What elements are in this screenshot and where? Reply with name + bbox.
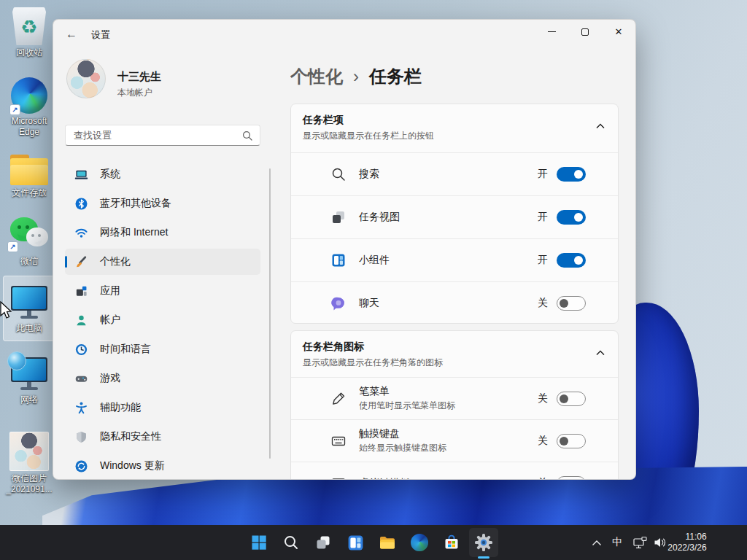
globe-icon <box>7 351 26 370</box>
sidebar-scrollbar[interactable] <box>269 168 271 459</box>
folder-icon <box>10 155 48 185</box>
windows-update-icon <box>74 459 88 473</box>
wechat-icon: ↗ <box>9 216 50 254</box>
search-icon <box>330 166 347 182</box>
sidebar-item-network-internet[interactable]: 网络和 Internet <box>65 219 260 246</box>
section-taskbar-corner-icons: 任务栏角图标 显示或隐藏显示在任务栏角落的图标 笔菜单 使用笔时显示笔菜单图标 … <box>290 330 619 480</box>
section-header[interactable]: 任务栏角图标 显示或隐藏显示在任务栏角落的图标 <box>291 331 618 377</box>
desktop-icon-label: 网络 <box>1 394 58 405</box>
sidebar-item-personalization[interactable]: 个性化 <box>65 249 260 275</box>
settings-content: 个性化›任务栏 任务栏项 显示或隐藏显示在任务栏上的按钮 搜索 开 <box>290 49 636 480</box>
sidebar-item-bluetooth-devices[interactable]: 蓝牙和其他设备 <box>65 190 260 217</box>
search-input[interactable] <box>66 130 242 141</box>
minimize-button[interactable] <box>535 20 568 44</box>
setting-row-touch-keyboard: 触摸键盘 始终显示触摸键盘图标 关 <box>291 419 618 462</box>
sidebar-item-gaming[interactable]: 游戏 <box>65 365 260 392</box>
toggle-touch-keyboard[interactable] <box>557 434 586 448</box>
sidebar-item-system[interactable]: 系统 <box>65 161 260 187</box>
network-tray-icon[interactable] <box>630 525 650 560</box>
desktop-icon-recycle-bin[interactable]: ♻ 回收站 <box>1 7 58 58</box>
system-icon <box>74 168 88 182</box>
desktop: ♻ 回收站 ↗ Microsoft Edge 文件存放 ↗ 微信 此电脑 <box>0 0 747 560</box>
toggle-search[interactable] <box>557 167 586 182</box>
toggle-widgets[interactable] <box>557 253 586 268</box>
section-header[interactable]: 任务栏项 显示或隐藏显示在任务栏上的按钮 <box>291 104 618 152</box>
settings-button[interactable] <box>468 525 500 560</box>
widgets-button[interactable] <box>339 525 371 560</box>
toggle-state-label: 关 <box>538 392 548 405</box>
toggle-task-view[interactable] <box>557 210 586 225</box>
touch-keyboard-icon <box>330 433 347 449</box>
tray-show-hidden-icons[interactable] <box>588 525 605 560</box>
edge-icon: ↗ <box>11 77 47 114</box>
breadcrumb-parent[interactable]: 个性化 <box>290 66 343 86</box>
toggle-knob <box>560 394 568 403</box>
toggle-knob <box>574 213 583 222</box>
shield-icon <box>74 430 88 444</box>
toggle-pen-menu[interactable] <box>557 392 586 406</box>
taskbar-search-button[interactable] <box>275 525 307 560</box>
widgets-icon <box>330 252 347 268</box>
setting-row-task-view: 任务视图 开 <box>291 195 618 238</box>
row-label: 任务视图 <box>359 211 400 224</box>
settings-window: ← 设置 ✕ 十三先生 本地帐户 <box>53 19 636 480</box>
desktop-icon-wechat-image[interactable]: 微信图片 _2021091... <box>1 432 58 495</box>
toggle-knob <box>560 437 568 446</box>
sidebar-item-accessibility[interactable]: 辅助功能 <box>65 394 260 421</box>
back-button[interactable]: ← <box>63 26 80 42</box>
sidebar-item-accounts[interactable]: 帐户 <box>65 307 260 333</box>
toggle-state-label: 关 <box>538 297 548 310</box>
selected-indicator <box>65 256 67 268</box>
section-taskbar-items: 任务栏项 显示或隐藏显示在任务栏上的按钮 搜索 开 <box>290 104 619 324</box>
desktop-icon-wechat[interactable]: ↗ 微信 <box>1 216 58 267</box>
desktop-icon-label: 微信图片 _2021091... <box>1 473 58 495</box>
store-button[interactable] <box>436 525 468 560</box>
gaming-icon <box>74 372 88 386</box>
taskbar: 中 11:06 2022/3/26 <box>0 525 747 560</box>
toggle-virtual-touchpad[interactable] <box>557 476 586 481</box>
recycle-symbol: ♻ <box>12 16 46 38</box>
desktop-icon-microsoft-edge[interactable]: ↗ Microsoft Edge <box>1 77 58 138</box>
pen-icon <box>330 391 347 407</box>
desktop-icon-network[interactable]: 网络 <box>1 356 58 405</box>
personalization-icon <box>74 255 88 269</box>
edge-button[interactable] <box>403 525 436 560</box>
toggle-knob <box>560 479 568 481</box>
setting-row-pen-menu: 笔菜单 使用笔时显示笔菜单图标 关 <box>291 377 618 419</box>
search-icon <box>242 131 252 141</box>
section-title: 任务栏角图标 <box>303 341 606 354</box>
tray-date: 2022/3/26 <box>667 542 706 553</box>
taskbar-search-icon <box>282 534 300 551</box>
desktop-icon-file-folder[interactable]: 文件存放 <box>1 155 58 198</box>
close-button[interactable]: ✕ <box>602 20 635 44</box>
sidebar-item-privacy-security[interactable]: 隐私和安全性 <box>65 424 260 450</box>
file-explorer-button[interactable] <box>371 525 403 560</box>
chevron-up-icon[interactable] <box>596 123 605 129</box>
user-avatar[interactable] <box>66 59 106 98</box>
row-label: 触摸键盘 <box>359 427 446 440</box>
sidebar-item-apps[interactable]: 应用 <box>65 278 260 304</box>
title-bar[interactable]: ← 设置 ✕ <box>53 20 635 49</box>
wifi-icon <box>74 226 88 240</box>
settings-search-box[interactable] <box>65 125 260 146</box>
toggle-chat[interactable] <box>557 296 586 311</box>
toggle-knob <box>560 299 568 308</box>
chevron-up-icon[interactable] <box>596 350 605 356</box>
maximize-icon <box>581 28 589 36</box>
virtual-touchpad-icon <box>330 475 347 481</box>
toggle-state-label: 关 <box>538 435 548 448</box>
sidebar-item-time-language[interactable]: 时间和语言 <box>65 336 260 362</box>
ime-indicator[interactable]: 中 <box>608 525 627 560</box>
task-view-button[interactable] <box>307 525 339 560</box>
sidebar-item-windows-update[interactable]: Windows 更新 <box>65 453 260 479</box>
setting-row-virtual-touchpad: 虚拟触摸板 关 <box>291 462 618 480</box>
chat-icon <box>330 295 347 311</box>
start-button[interactable] <box>243 525 275 560</box>
clock[interactable]: 11:06 2022/3/26 <box>662 525 712 560</box>
row-sublabel: 始终显示触摸键盘图标 <box>359 442 446 454</box>
file-explorer-icon <box>378 533 397 552</box>
maximize-button[interactable] <box>568 20 602 44</box>
edge-taskbar-icon <box>411 534 428 551</box>
tray-time: 11:06 <box>667 532 706 542</box>
setting-row-chat: 聊天 关 <box>291 281 618 324</box>
